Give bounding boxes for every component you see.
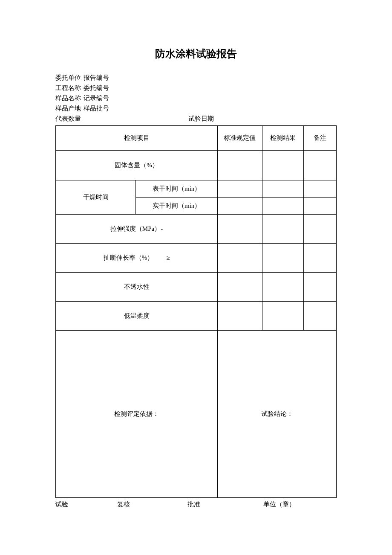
- cell-elongation-label: 扯断伸长率（%） ≥: [56, 244, 218, 273]
- cell-lowtemp-label: 低温柔度: [56, 302, 218, 331]
- header-project-name-label: 工程名称: [55, 83, 81, 93]
- header-test-date-label: 试验日期: [188, 113, 214, 124]
- cell-solid-std: [218, 151, 262, 180]
- report-table: 检测项目 标准规定值 检测结果 备注 固体含量（%） 干燥时间 表干时间（min…: [55, 125, 337, 498]
- cell-dry-surface-label: 表干时间（min）: [136, 180, 218, 198]
- th-remarks: 备注: [304, 126, 337, 151]
- th-test-item: 检测项目: [56, 126, 218, 151]
- cell-waterproof-label: 不透水性: [56, 273, 218, 302]
- th-standard-value: 标准规定值: [218, 126, 262, 151]
- row-solid-content: 固体含量（%）: [56, 151, 337, 180]
- cell-tensile-std: [218, 215, 262, 244]
- cell-conclusion: 试验结论：: [218, 331, 337, 498]
- header-row-1: 委托单位 报告编号: [55, 73, 337, 83]
- cell-lowtemp-note: [304, 302, 337, 331]
- cell-solid-note: [304, 151, 337, 180]
- row-tensile: 拉伸强度（MPa）-: [56, 215, 337, 244]
- table-header-row: 检测项目 标准规定值 检测结果 备注: [56, 126, 337, 151]
- cell-solid-result: [262, 151, 304, 180]
- cell-dry-label: 干燥时间: [56, 180, 136, 215]
- header-row-5: 代表数量 试验日期: [55, 113, 337, 124]
- cell-solid-label: 固体含量（%）: [56, 151, 218, 180]
- cell-waterproof-result: [262, 273, 304, 302]
- cell-dry-full-note: [304, 198, 337, 215]
- cell-tensile-note: [304, 215, 337, 244]
- row-dry-surface: 干燥时间 表干时间（min）: [56, 180, 337, 198]
- cell-dry-surface-std: [218, 180, 262, 198]
- cell-dry-surface-note: [304, 180, 337, 198]
- footer-review-label: 复核: [117, 500, 187, 509]
- footer-unit-label: 单位（章）: [263, 500, 337, 509]
- cell-dry-surface-result: [262, 180, 304, 198]
- header-sample-name-label: 样品名称: [55, 93, 81, 103]
- header-record-no-label: 记录编号: [84, 93, 109, 103]
- th-test-result: 检测结果: [262, 126, 304, 151]
- header-row-4: 样品产地 样品批号: [55, 103, 337, 113]
- cell-elongation-result: [262, 244, 304, 273]
- header-entrust-unit-label: 委托单位: [55, 73, 81, 83]
- header-sample-origin-label: 样品产地: [55, 103, 81, 113]
- header-rep-qty-label: 代表数量: [55, 113, 81, 124]
- row-lowtemp: 低温柔度: [56, 302, 337, 331]
- cell-lowtemp-result: [262, 302, 304, 331]
- header-report-no-label: 报告编号: [84, 73, 109, 83]
- header-row-3: 样品名称 记录编号: [55, 93, 337, 103]
- header-info-block: 委托单位 报告编号 工程名称 委托编号 样品名称 记录编号 样品产地 样品批号 …: [55, 73, 337, 124]
- header-rep-qty-underline: [84, 113, 186, 121]
- footer-test-label: 试验: [55, 500, 117, 509]
- cell-dry-full-std: [218, 198, 262, 215]
- cell-elongation-note: [304, 244, 337, 273]
- row-waterproof: 不透水性: [56, 273, 337, 302]
- footer-signatures: 试验 复核 批准 单位（章）: [55, 500, 337, 509]
- footer-approve-label: 批准: [187, 500, 263, 509]
- cell-waterproof-note: [304, 273, 337, 302]
- header-entrust-no-label: 委托编号: [84, 83, 109, 93]
- cell-dry-full-result: [262, 198, 304, 215]
- cell-dry-full-label: 实干时间（min）: [136, 198, 218, 215]
- cell-tensile-result: [262, 215, 304, 244]
- cell-lowtemp-std: [218, 302, 262, 331]
- cell-elongation-std: [218, 244, 262, 273]
- header-row-2: 工程名称 委托编号: [55, 83, 337, 93]
- row-basis-conclusion: 检测评定依据： 试验结论：: [56, 331, 337, 498]
- document-title: 防水涂料试验报告: [55, 47, 337, 61]
- row-elongation: 扯断伸长率（%） ≥: [56, 244, 337, 273]
- header-sample-batch-label: 样品批号: [84, 103, 109, 113]
- cell-waterproof-std: [218, 273, 262, 302]
- cell-tensile-label: 拉伸强度（MPa）-: [56, 215, 218, 244]
- cell-basis: 检测评定依据：: [56, 331, 218, 498]
